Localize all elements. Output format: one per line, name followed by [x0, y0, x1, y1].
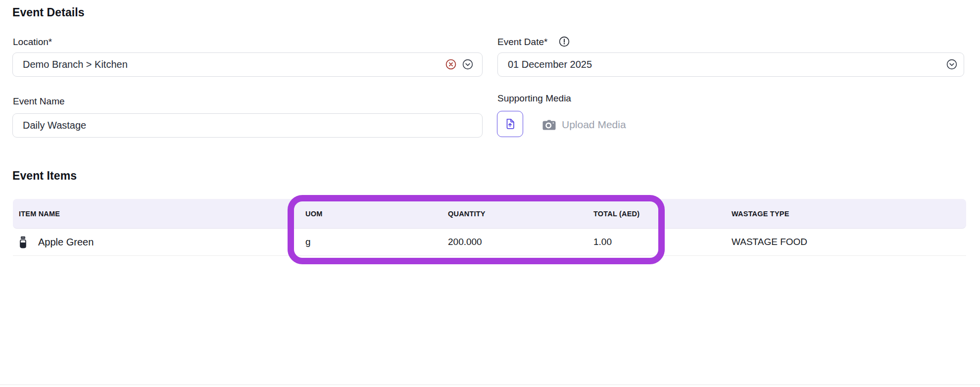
table-row[interactable]: Apple Green g 200.000 1.00 WASTAGE FOOD — [13, 229, 966, 256]
column-header-uom: UOM — [305, 199, 322, 228]
quantity-cell: 200.000 — [448, 229, 482, 255]
event-items-heading: Event Items — [12, 169, 77, 183]
event-items-table-header: ITEM NAME UOM QUANTITY TOTAL (AED) WASTA… — [13, 199, 966, 229]
camera-icon — [542, 119, 556, 131]
event-name-label: Event Name — [13, 96, 65, 107]
file-upload-icon — [503, 117, 517, 131]
item-name-text: Apple Green — [38, 237, 94, 248]
wastage-event-page: Event Details Location* Event Name Event… — [0, 0, 980, 387]
uom-cell: g — [305, 229, 311, 255]
upload-media-label: Upload Media — [562, 119, 626, 131]
event-date-label: Event Date* — [497, 37, 547, 48]
bottom-divider — [0, 385, 980, 385]
total-cell: 1.00 — [593, 229, 612, 255]
event-date-input[interactable] — [497, 52, 964, 77]
item-name-cell: Apple Green — [19, 229, 94, 255]
ingredient-jar-icon — [19, 236, 27, 248]
location-chevron-down-icon[interactable] — [462, 59, 473, 70]
column-header-wastage-type: WASTAGE TYPE — [732, 199, 789, 228]
column-header-quantity: QUANTITY — [448, 199, 486, 228]
event-date-chevron-down-icon[interactable] — [946, 59, 957, 70]
event-date-info-icon[interactable] — [559, 36, 570, 47]
location-label: Location* — [13, 37, 52, 48]
upload-media-button[interactable]: Upload Media — [542, 117, 626, 133]
event-details-heading: Event Details — [12, 6, 85, 19]
column-header-total-aed: TOTAL (AED) — [593, 199, 639, 228]
supporting-media-label: Supporting Media — [497, 93, 571, 104]
clear-location-icon[interactable] — [445, 59, 456, 70]
location-input[interactable] — [12, 52, 483, 77]
wastage-type-cell: WASTAGE FOOD — [732, 229, 807, 255]
column-header-item-name: ITEM NAME — [19, 199, 60, 228]
upload-file-button[interactable] — [497, 111, 523, 137]
event-name-input[interactable] — [12, 113, 483, 138]
